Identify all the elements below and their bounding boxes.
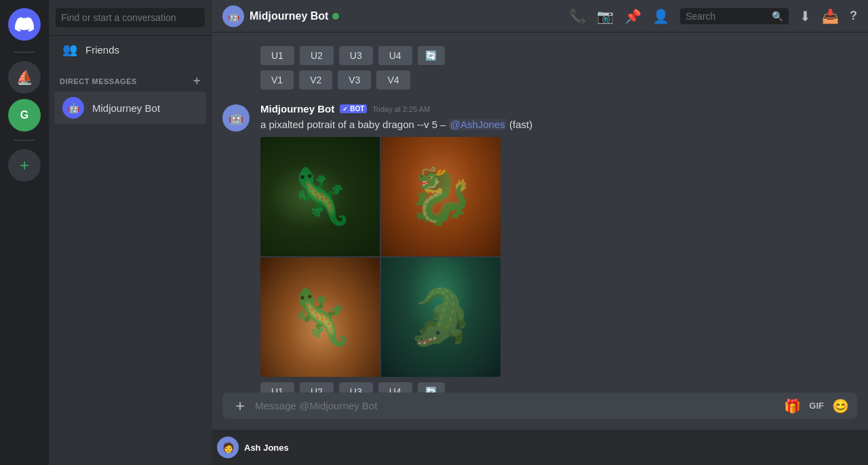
dragon-image-4[interactable]: 🐊 [381,258,500,377]
prev-u4-button[interactable]: U4 [378,46,412,65]
gift-icon[interactable]: 🎁 [784,398,801,414]
prev-v1-button[interactable]: V1 [260,70,294,89]
find-conversation-input[interactable] [56,8,205,27]
dragon-image-3[interactable]: 🦎 [260,258,380,377]
dragon-image-1[interactable]: 🦎 [260,137,380,256]
discord-logo[interactable] [8,8,41,41]
server-icon-green[interactable]: G [8,99,41,132]
message-content: Midjourney Bot ✓ BOT Today at 2:25 AM a … [260,103,857,392]
main-message-group: 🤖 Midjourney Bot ✓ BOT Today at 2:25 AM … [212,100,868,392]
gif-button[interactable]: GIF [809,401,824,411]
video-icon[interactable]: 📷 [597,8,614,24]
header-actions: 📞 📷 📌 👤 🔍 ⬇ 📥 ? [569,8,857,24]
direct-messages-section: DIRECT MESSAGES + [49,63,212,91]
icon-bar-divider-2 [14,140,35,141]
chat-input-area: + 🎁 GIF 😊 [212,392,868,430]
message-fast-tag: (fast) [509,119,532,130]
u1-button[interactable]: U1 [260,382,294,392]
dm-item-midjourney[interactable]: 🤖 Midjourney Bot [54,92,206,124]
dm-search-bar [49,0,212,36]
prev-v2-button[interactable]: V2 [299,70,332,89]
direct-messages-label: DIRECT MESSAGES [60,77,137,85]
header-search-input[interactable] [686,11,768,22]
add-attachment-button[interactable]: + [231,397,250,416]
plus-icon: + [20,156,29,175]
prev-v4-button[interactable]: V4 [376,70,410,89]
chat-message-input[interactable] [255,392,778,419]
image-action-buttons: U1 U2 U3 U4 🔄 [260,382,857,392]
pinned-icon[interactable]: 📌 [625,8,642,24]
prev-u2-button[interactable]: U2 [300,46,334,65]
server-icon-bar: ⛵ G + [0,0,49,465]
u4-button[interactable]: U4 [378,382,412,392]
add-user-icon[interactable]: 👤 [652,8,669,24]
bot-badge: ✓ BOT [340,104,367,113]
current-user-avatar: 🧑 [217,437,239,458]
chat-input-bar: + 🎁 GIF 😊 [222,392,857,419]
chat-header-bot-icon: 🤖 [222,5,244,27]
bot-message-avatar: 🤖 [222,104,250,132]
dragon-image-2[interactable]: 🐉 [381,137,500,256]
bot-badge-checkmark: ✓ [342,106,348,113]
message-author: Midjourney Bot [260,103,334,115]
search-icon: 🔍 [772,11,783,22]
friends-icon: 👥 [62,42,77,57]
download-icon[interactable]: ⬇ [800,8,811,24]
message-timestamp: Today at 2:25 AM [372,105,430,113]
friends-label: Friends [85,44,119,56]
add-server-button[interactable]: + [8,149,41,182]
inbox-icon[interactable]: 📥 [822,8,839,24]
prev-v3-button[interactable]: V3 [338,70,371,89]
message-mention: @AshJones [449,119,507,130]
dragon-image-grid: 🦎 🐉 🦎 🐊 [260,137,500,377]
emoji-icon[interactable]: 😊 [832,398,849,414]
messages-area: U1 U2 U3 U4 🔄 V1 V2 V3 V4 🤖 Midjourney B… [212,33,868,392]
midjourney-bot-avatar: 🤖 [62,97,84,119]
chat-area: 🤖 Midjourney Bot 📞 📷 📌 👤 🔍 ⬇ 📥 ? U1 U2 [212,0,868,465]
midjourney-bot-name: Midjourney Bot [92,102,160,114]
icon-bar-divider [14,52,35,53]
header-search-bar: 🔍 [680,8,789,24]
u2-button[interactable]: U2 [300,382,334,392]
prev-refresh-button[interactable]: 🔄 [418,46,445,65]
message-header: Midjourney Bot ✓ BOT Today at 2:25 AM [260,103,857,115]
u3-button[interactable]: U3 [339,382,373,392]
prev-u1-button[interactable]: U1 [260,46,294,65]
bot-badge-label: BOT [350,105,364,113]
prev-u3-button[interactable]: U3 [339,46,373,65]
prev-v-button-row: V1 V2 V3 V4 [212,68,868,92]
chat-input-icons: 🎁 GIF 😊 [784,398,849,414]
current-user-name: Ash Jones [244,443,289,453]
chat-header: 🤖 Midjourney Bot 📞 📷 📌 👤 🔍 ⬇ 📥 ? [212,0,868,33]
add-dm-button[interactable]: + [193,74,206,88]
dm-sidebar: 👥 Friends DIRECT MESSAGES + 🤖 Midjourney… [49,0,212,465]
message-text: a pixalted potrait of a baby dragon --v … [260,117,857,132]
chat-header-bot-name: Midjourney Bot [250,10,339,22]
server-icon-sail[interactable]: ⛵ [8,61,41,94]
online-indicator [332,13,339,20]
prev-u-button-row: U1 U2 U3 U4 🔄 [212,43,868,68]
friends-item[interactable]: 👥 Friends [54,37,206,62]
help-icon[interactable]: ? [850,9,857,23]
refresh-button[interactable]: 🔄 [418,382,445,392]
message-text-content: a pixalted potrait of a baby dragon --v … [260,119,446,130]
call-icon[interactable]: 📞 [569,8,586,24]
user-area: 🧑 Ash Jones [212,430,868,465]
